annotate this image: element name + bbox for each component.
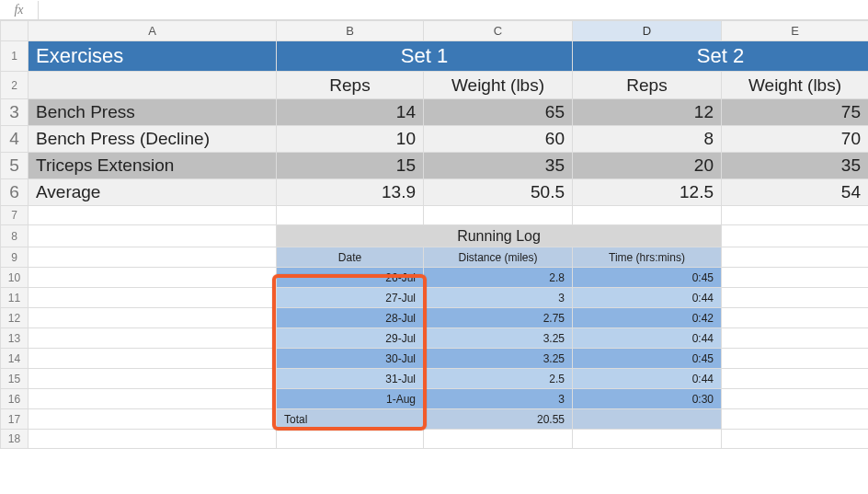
cell-C2[interactable]: Weight (lbs) xyxy=(424,72,573,99)
cell-E12[interactable] xyxy=(722,308,869,328)
row-header-16[interactable]: 16 xyxy=(1,389,29,409)
cell-B6[interactable]: 13.9 xyxy=(277,179,424,206)
row-header-1[interactable]: 1 xyxy=(1,41,29,72)
cell-A14[interactable] xyxy=(29,349,277,369)
cell-B4[interactable]: 10 xyxy=(277,126,424,153)
cell-title[interactable]: Exercises xyxy=(29,41,277,72)
cell-C15[interactable]: 2.5 xyxy=(424,369,573,389)
row-header-14[interactable]: 14 xyxy=(1,349,29,369)
cell-D2[interactable]: Reps xyxy=(573,72,722,99)
cell-E13[interactable] xyxy=(722,328,869,349)
cell-D7[interactable] xyxy=(573,206,722,225)
cell-C6[interactable]: 50.5 xyxy=(424,179,573,206)
row-header-6[interactable]: 6 xyxy=(1,179,29,206)
cell-E11[interactable] xyxy=(722,288,869,308)
row-header-13[interactable]: 13 xyxy=(1,328,29,349)
formula-input[interactable] xyxy=(39,1,868,18)
col-header-B[interactable]: B xyxy=(277,21,424,41)
cell-E4[interactable]: 70 xyxy=(722,126,869,153)
cell-D5[interactable]: 20 xyxy=(573,153,722,179)
cell-A10[interactable] xyxy=(29,268,277,288)
cell-D14[interactable]: 0:45 xyxy=(573,349,722,369)
cell-D10[interactable]: 0:45 xyxy=(573,268,722,288)
cell-B7[interactable] xyxy=(277,206,424,225)
cell-A16[interactable] xyxy=(29,389,277,409)
cell-C10[interactable]: 2.8 xyxy=(424,268,573,288)
cell-C3[interactable]: 65 xyxy=(424,99,573,126)
row-header-7[interactable]: 7 xyxy=(1,206,29,225)
cell-B3[interactable]: 14 xyxy=(277,99,424,126)
select-all-corner[interactable] xyxy=(1,21,29,41)
cell-C14[interactable]: 3.25 xyxy=(424,349,573,369)
cell-C18[interactable] xyxy=(424,430,573,449)
row-header-18[interactable]: 18 xyxy=(1,430,29,449)
col-header-E[interactable]: E xyxy=(722,21,869,41)
cell-A18[interactable] xyxy=(29,430,277,449)
cell-A9[interactable] xyxy=(29,247,277,268)
cell-A5[interactable]: Triceps Extension xyxy=(29,153,277,179)
cell-B15[interactable]: 31-Jul xyxy=(277,369,424,389)
cell-A7[interactable] xyxy=(29,206,277,225)
row-header-4[interactable]: 4 xyxy=(1,126,29,153)
cell-A12[interactable] xyxy=(29,308,277,328)
cell-E18[interactable] xyxy=(722,430,869,449)
row-header-10[interactable]: 10 xyxy=(1,268,29,288)
cell-B10[interactable]: 26-Jul xyxy=(277,268,424,288)
cell-D15[interactable]: 0:44 xyxy=(573,369,722,389)
cell-A2[interactable] xyxy=(29,72,277,99)
rlog-hdr-time[interactable]: Time (hrs:mins) xyxy=(573,247,722,268)
cell-B5[interactable]: 15 xyxy=(277,153,424,179)
row-header-2[interactable]: 2 xyxy=(1,72,29,99)
row-header-11[interactable]: 11 xyxy=(1,288,29,308)
cell-E17[interactable] xyxy=(722,409,869,430)
row-header-5[interactable]: 5 xyxy=(1,153,29,179)
spreadsheet-grid[interactable]: A B C D E 1 Exercises Set 1 Set 2 2 Reps… xyxy=(0,20,868,449)
cell-D6[interactable]: 12.5 xyxy=(573,179,722,206)
cell-C16[interactable]: 3 xyxy=(424,389,573,409)
rlog-hdr-dist[interactable]: Distance (miles) xyxy=(424,247,573,268)
cell-E3[interactable]: 75 xyxy=(722,99,869,126)
rlog-hdr-date[interactable]: Date xyxy=(277,247,424,268)
cell-A4[interactable]: Bench Press (Decline) xyxy=(29,126,277,153)
cell-B12[interactable]: 28-Jul xyxy=(277,308,424,328)
cell-A6[interactable]: Average xyxy=(29,179,277,206)
cell-D13[interactable]: 0:44 xyxy=(573,328,722,349)
row-header-3[interactable]: 3 xyxy=(1,99,29,126)
row-header-9[interactable]: 9 xyxy=(1,247,29,268)
cell-A8[interactable] xyxy=(29,225,277,247)
cell-E10[interactable] xyxy=(722,268,869,288)
cell-C12[interactable]: 2.75 xyxy=(424,308,573,328)
cell-A3[interactable]: Bench Press xyxy=(29,99,277,126)
cell-C13[interactable]: 3.25 xyxy=(424,328,573,349)
col-header-C[interactable]: C xyxy=(424,21,573,41)
row-header-12[interactable]: 12 xyxy=(1,308,29,328)
cell-E15[interactable] xyxy=(722,369,869,389)
cell-E8[interactable] xyxy=(722,225,869,247)
cell-set2[interactable]: Set 2 xyxy=(573,41,869,72)
cell-B2[interactable]: Reps xyxy=(277,72,424,99)
cell-E16[interactable] xyxy=(722,389,869,409)
cell-D3[interactable]: 12 xyxy=(573,99,722,126)
cell-D4[interactable]: 8 xyxy=(573,126,722,153)
cell-E7[interactable] xyxy=(722,206,869,225)
col-header-D[interactable]: D xyxy=(573,21,722,41)
cell-B11[interactable]: 27-Jul xyxy=(277,288,424,308)
cell-D16[interactable]: 0:30 xyxy=(573,389,722,409)
cell-E9[interactable] xyxy=(722,247,869,268)
cell-D11[interactable]: 0:44 xyxy=(573,288,722,308)
cell-B13[interactable]: 29-Jul xyxy=(277,328,424,349)
cell-B18[interactable] xyxy=(277,430,424,449)
cell-A11[interactable] xyxy=(29,288,277,308)
cell-D18[interactable] xyxy=(573,430,722,449)
cell-D12[interactable]: 0:42 xyxy=(573,308,722,328)
cell-E2[interactable]: Weight (lbs) xyxy=(722,72,869,99)
cell-B16[interactable]: 1-Aug xyxy=(277,389,424,409)
cell-C7[interactable] xyxy=(424,206,573,225)
cell-E6[interactable]: 54 xyxy=(722,179,869,206)
cell-A13[interactable] xyxy=(29,328,277,349)
cell-C11[interactable]: 3 xyxy=(424,288,573,308)
cell-A17[interactable] xyxy=(29,409,277,430)
cell-B14[interactable]: 30-Jul xyxy=(277,349,424,369)
cell-C17[interactable]: 20.55 xyxy=(424,409,573,430)
cell-E5[interactable]: 35 xyxy=(722,153,869,179)
